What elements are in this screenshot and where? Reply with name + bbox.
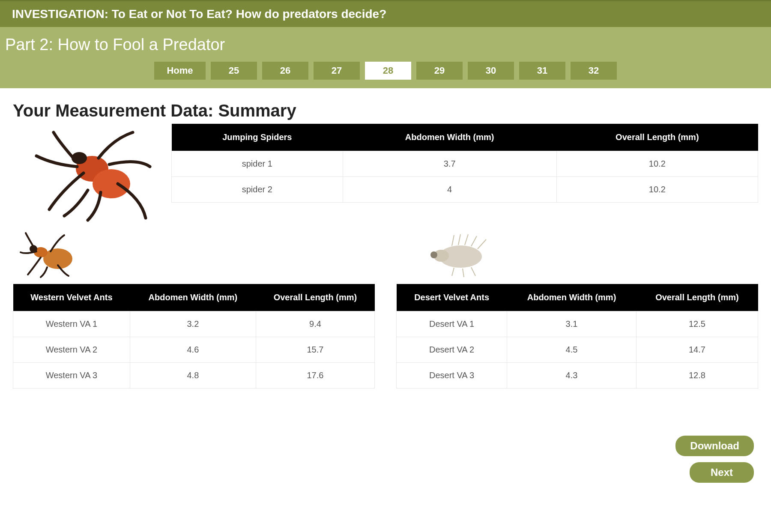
nav-page-31[interactable]: 31 [519,62,565,80]
nav-page-28[interactable]: 28 [365,62,411,80]
jumping-spider-image [13,124,158,222]
th-desert-name: Desert Velvet Ants [397,284,507,311]
sub-header-bar: Part 2: How to Fool a Predator Home 25 2… [0,27,771,88]
table-row: Western VA 2 4.6 15.7 [13,337,375,363]
table-row: spider 2 4 10.2 [172,177,758,203]
footer-buttons: Download Next [0,389,771,500]
th-spiders-abdomen: Abdomen Width (mm) [343,124,556,151]
spiders-table: Jumping Spiders Abdomen Width (mm) Overa… [171,124,758,203]
page-nav: Home 25 26 27 28 29 30 31 32 [0,62,771,88]
th-spiders-length: Overall Length (mm) [556,124,758,151]
desert-velvet-ant-image [413,231,482,278]
next-button[interactable]: Next [690,462,754,483]
th-western-name: Western Velvet Ants [13,284,130,311]
nav-page-32[interactable]: 32 [571,62,617,80]
western-velvet-ant-image [17,231,86,278]
svg-point-8 [430,251,437,258]
table-row: Western VA 3 4.8 17.6 [13,363,375,389]
desert-table: Desert Velvet Ants Abdomen Width (mm) Ov… [396,284,758,389]
th-western-length: Overall Length (mm) [256,284,374,311]
table-row: spider 1 3.7 10.2 [172,151,758,177]
western-table: Western Velvet Ants Abdomen Width (mm) O… [13,284,375,389]
table-row: Desert VA 3 4.3 12.8 [397,363,758,389]
download-button[interactable]: Download [675,436,754,456]
th-western-abdomen: Abdomen Width (mm) [130,284,256,311]
main-content: Your Measurement Data: Summary [0,88,771,389]
nav-page-27[interactable]: 27 [314,62,360,80]
section-title: Your Measurement Data: Summary [13,101,758,120]
th-spiders-name: Jumping Spiders [172,124,343,151]
part-title: Part 2: How to Fool a Predator [0,32,771,62]
nav-page-26[interactable]: 26 [262,62,308,80]
svg-point-1 [93,169,130,198]
th-desert-length: Overall Length (mm) [636,284,758,311]
investigation-header: INVESTIGATION: To Eat or Not To Eat? How… [0,0,771,27]
table-row: Desert VA 1 3.1 12.5 [397,311,758,337]
nav-page-30[interactable]: 30 [468,62,514,80]
nav-page-25[interactable]: 25 [211,62,257,80]
table-row: Desert VA 2 4.5 14.7 [397,337,758,363]
table-row: Western VA 1 3.2 9.4 [13,311,375,337]
th-desert-abdomen: Abdomen Width (mm) [507,284,637,311]
nav-page-29[interactable]: 29 [416,62,463,80]
nav-home[interactable]: Home [154,62,206,80]
